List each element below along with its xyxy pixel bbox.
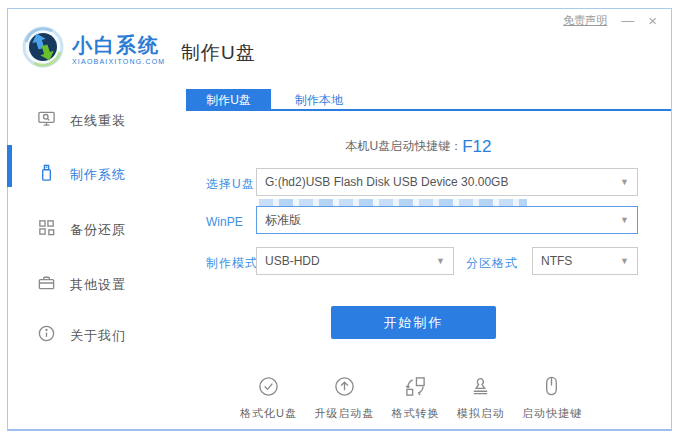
mode-select-label: 制作模式 [206,255,258,272]
partition-select-label: 分区格式 [466,255,518,272]
chevron-down-icon: ▼ [436,256,445,266]
partition-select-value: NTFS [541,254,614,268]
sidebar-item-backup-restore[interactable]: 备份还原 [37,218,126,241]
tool-format-convert[interactable]: 格式转换 [391,375,439,421]
bottom-toolbar: 格式化U盘 升级启动盘 [240,375,582,421]
usb-drive-icon [37,163,56,186]
tool-simulate-boot[interactable]: 模拟启动 [457,375,505,421]
page-title: 制作U盘 [181,40,256,66]
tool-label: 格式转换 [391,406,439,421]
tool-label: 格式化U盘 [240,406,297,421]
brand-text: 小白系统 XIAOBAIXITONG.COM [72,34,165,65]
tool-boot-hotkey[interactable]: 启动快捷键 [522,375,582,421]
winpe-select-label: WinPE [206,215,243,229]
usb-select-value: G:(hd2)USB Flash Disk USB Device 30.00GB [265,175,614,189]
mode-select-value: USB-HDD [265,254,430,268]
arrow-up-circle-icon [333,375,356,402]
stamp-icon [469,375,492,402]
tool-label: 启动快捷键 [522,406,582,421]
check-circle-icon [257,375,280,402]
brand-logo-icon [22,26,64,72]
tool-label: 升级启动盘 [314,406,374,421]
sidebar-item-about-us[interactable]: 关于我们 [37,324,126,347]
boot-hotkey-hint: 本机U盘启动快捷键：F12 [186,137,651,157]
sidebar-item-label: 其他设置 [70,276,126,294]
brand-name: 小白系统 [72,34,165,56]
sidebar-item-label: 关于我们 [70,327,126,345]
sidebar-item-label: 在线重装 [70,112,126,130]
brand-logo: 小白系统 XIAOBAIXITONG.COM [22,26,165,72]
tool-format-usb[interactable]: 格式化U盘 [240,375,297,421]
partition-select[interactable]: NTFS ▼ [532,247,638,275]
boot-hotkey-prefix: 本机U盘启动快捷键： [346,139,463,153]
sidebar-active-indicator [7,145,12,187]
tool-upgrade-boot-disk[interactable]: 升级启动盘 [314,375,374,421]
chevron-down-icon: ▼ [620,215,629,225]
mouse-icon [540,375,563,402]
tab-make-local[interactable]: 制作本地 [271,89,367,111]
info-circle-icon [37,324,56,347]
disclaimer-link[interactable]: 免责声明 [563,13,607,28]
window-controls: 免责声明 — × [563,13,657,28]
boot-hotkey-key: F12 [462,137,491,156]
usb-select[interactable]: G:(hd2)USB Flash Disk USB Device 30.00GB… [256,168,638,196]
start-make-button[interactable]: 开始制作 [331,306,496,339]
sidebar-item-other-settings[interactable]: 其他设置 [37,273,126,296]
sidebar-item-label: 制作系统 [70,166,126,184]
sidebar-item-online-reinstall[interactable]: 在线重装 [37,109,126,132]
usb-select-label: 选择U盘 [206,176,255,193]
format-convert-icon [404,375,427,402]
close-button[interactable]: × [648,14,657,27]
tool-label: 模拟启动 [457,406,505,421]
backup-grid-icon [37,218,56,241]
mode-select[interactable]: USB-HDD ▼ [256,247,454,275]
sidebar-item-make-system[interactable]: 制作系统 [37,163,126,186]
winpe-select-value: 标准版 [265,212,614,229]
brand-domain: XIAOBAIXITONG.COM [72,58,165,65]
chevron-down-icon: ▼ [620,177,629,187]
briefcase-icon [37,273,56,296]
winpe-select[interactable]: 标准版 ▼ [256,206,638,234]
tab-bar: 制作U盘 制作本地 [186,89,671,111]
tab-make-usb[interactable]: 制作U盘 [186,89,271,111]
monitor-reinstall-icon [37,109,56,132]
minimize-button[interactable]: — [621,14,634,27]
sidebar-item-label: 备份还原 [70,221,126,239]
app-window: 免责声明 — × 小白系统 XIAOBAIXITONG.COM 制作 [7,8,672,431]
app-stage: 免责声明 — × 小白系统 XIAOBAIXITONG.COM 制作 [0,0,678,444]
chevron-down-icon: ▼ [620,256,629,266]
